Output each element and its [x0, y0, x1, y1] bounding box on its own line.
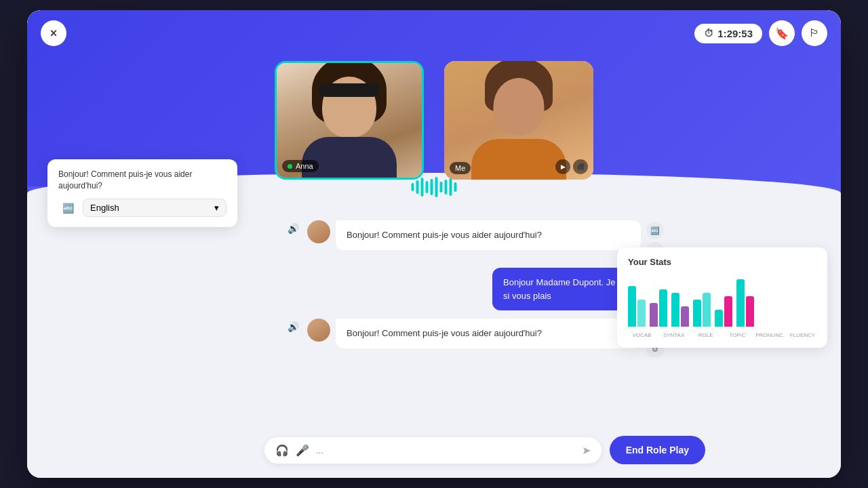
bar-fluency-teal	[736, 279, 745, 327]
header-controls: ⏱ 1:29:53 🔖 🏳	[694, 20, 827, 46]
headphone-button[interactable]: 🎧	[275, 444, 289, 457]
video-play-button[interactable]: ▶	[555, 159, 570, 174]
volume-button-1[interactable]: 🔊	[285, 220, 302, 237]
online-dot	[288, 164, 292, 169]
bar-vocab-teal	[628, 286, 636, 327]
wave-bar-7	[440, 182, 443, 192]
wave-bar-8	[445, 180, 448, 195]
bar-role-teal	[671, 293, 679, 327]
stats-panel: Your Stats	[617, 247, 827, 348]
wave-bar-6	[435, 177, 438, 197]
bar-pronunc-teal	[715, 310, 723, 327]
translation-text: Bonjour! Comment puis-je vous aider aujo…	[58, 169, 226, 192]
wave-bar-9	[450, 178, 452, 196]
chart-group-pronunc	[715, 296, 732, 327]
wave-bar-1	[412, 183, 414, 191]
video-cards: Anna Me ▶ ⬛	[275, 61, 593, 180]
bar-topic-teal2	[703, 293, 711, 327]
me-shirt	[471, 139, 566, 180]
bar-topic-teal	[693, 300, 701, 327]
me-video-card: Me ▶ ⬛	[444, 61, 593, 180]
wave-bar-4	[426, 181, 429, 193]
chart-group-role	[671, 293, 689, 327]
anna-video-card: Anna	[275, 61, 424, 180]
input-area: 🎧 🎤 ➤ End Role Play	[264, 436, 705, 464]
flag-button[interactable]: 🏳	[802, 20, 827, 46]
chat-bubble-3: Bonjour! Comment puis-je vous aider aujo…	[336, 319, 641, 348]
chart-group-vocab	[628, 286, 646, 327]
label-fluency: FLUENCY	[789, 332, 816, 338]
label-pronunc: PRONUNC.	[755, 332, 785, 338]
anna-avatar-small-3	[307, 319, 330, 342]
timer-badge: ⏱ 1:29:53	[694, 24, 762, 43]
label-role: ROLE	[692, 332, 719, 338]
volume-button-3[interactable]: 🔊	[285, 319, 302, 335]
wave-bar-3	[421, 178, 424, 197]
headphone-icon: 🎧	[275, 444, 289, 457]
language-select[interactable]: English ▾	[83, 199, 226, 217]
anna-shirt	[302, 137, 397, 178]
chart-group-topic	[693, 293, 711, 327]
anna-label: Anna	[282, 160, 319, 172]
send-button[interactable]: ➤	[582, 444, 591, 457]
audio-waveform	[412, 177, 457, 197]
app-container: × ⏱ 1:29:53 🔖 🏳	[27, 10, 841, 478]
chevron-down-icon: ▾	[214, 203, 219, 213]
end-roleplay-button[interactable]: End Role Play	[610, 436, 705, 464]
chat-bubble-1: Bonjour! Comment puis-je vous aider aujo…	[336, 220, 641, 250]
stats-title: Your Stats	[628, 257, 816, 267]
timer-display: 1:29:53	[717, 28, 753, 39]
chart-group-syntax	[650, 289, 667, 327]
label-topic: TOPIC	[724, 332, 751, 338]
label-syntax: SYNTAX	[660, 332, 688, 338]
send-icon: ➤	[582, 445, 591, 456]
microphone-button[interactable]: 🎤	[296, 444, 309, 457]
translate-icon: 🔤	[58, 199, 77, 218]
wave-bar-2	[416, 180, 419, 194]
anna-avatar-small-1	[307, 220, 330, 243]
me-label: Me	[450, 162, 471, 174]
bubble-container-1: Bonjour! Comment puis-je vous aider aujo…	[336, 220, 641, 250]
bar-syntax-teal	[659, 289, 667, 327]
microphone-icon: 🎤	[296, 444, 309, 457]
chat-input-container: 🎧 🎤 ➤	[264, 437, 601, 464]
translation-popup: Bonjour! Comment puis-je vous aider aujo…	[47, 159, 237, 227]
chart-group-fluency	[736, 279, 754, 327]
translate-action-1[interactable]: 🔤	[646, 222, 664, 239]
video-stop-button[interactable]: ⬛	[573, 159, 588, 174]
wave-bar-10	[454, 182, 457, 192]
bar-pronunc-pink	[724, 296, 732, 327]
stats-chart	[628, 275, 816, 329]
bookmark-icon: 🔖	[775, 27, 789, 40]
close-button[interactable]: ×	[41, 20, 66, 46]
flag-icon: 🏳	[809, 27, 820, 39]
headset-overlay	[319, 83, 380, 97]
clock-icon: ⏱	[704, 28, 713, 39]
bubble-container-3: Bonjour! Comment puis-je vous aider aujo…	[336, 319, 641, 348]
label-vocab: VOCAB	[628, 332, 656, 338]
bar-fluency-pink	[746, 296, 754, 327]
bar-role-purple	[681, 306, 689, 327]
bar-vocab-teal2	[637, 300, 646, 327]
wave-bar-5	[431, 179, 433, 195]
chat-input[interactable]	[316, 445, 575, 455]
bottom-section: Bonjour! Comment puis-je vous aider aujo…	[27, 207, 841, 478]
bar-syntax-purple	[650, 303, 658, 327]
translation-lang-row: 🔤 English ▾	[58, 199, 226, 218]
me-video-controls: ▶ ⬛	[555, 159, 588, 174]
stats-labels: VOCAB SYNTAX ROLE TOPIC PRONUNC. FLUENCY	[628, 332, 816, 338]
bookmark-button[interactable]: 🔖	[769, 20, 795, 46]
